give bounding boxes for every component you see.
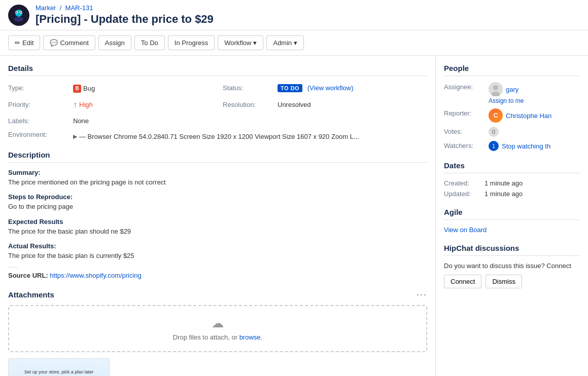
agile-section-title: Agile <box>444 208 580 220</box>
breadcrumb-separator: / <box>60 4 62 12</box>
dates-section: Dates Created: 1 minute ago Updated: 1 m… <box>444 161 580 198</box>
created-value: 1 minute ago <box>485 179 523 187</box>
agile-section: Agile View on Board <box>444 208 580 234</box>
svg-point-5 <box>20 11 21 12</box>
watchers-row: Watchers: 1 Stop watching th <box>444 141 580 151</box>
expected-label: Expected Results <box>8 218 427 225</box>
thumb-title: Set up your store, pick a plan later <box>24 369 94 374</box>
reporter-avatar: C <box>489 108 503 123</box>
attachments-title: Attachments <box>8 290 54 299</box>
steps-block: Steps to Reproduce: Go to the pricing pa… <box>8 193 427 212</box>
more-options-icon[interactable]: ··· <box>417 289 427 300</box>
workflow-chevron-icon: ▾ <box>253 39 257 47</box>
assignee-name: gary <box>506 86 518 93</box>
assignee-label: Assignee: <box>444 82 485 91</box>
browse-link[interactable]: browse. <box>239 333 263 341</box>
watchers-badge: 1 <box>489 141 499 151</box>
svg-point-4 <box>16 11 17 12</box>
resolution-value: Unresolved <box>273 99 427 111</box>
svg-point-6 <box>14 17 23 22</box>
labels-label: Labels: <box>8 115 69 127</box>
dismiss-button[interactable]: Dismiss <box>486 275 522 288</box>
admin-button[interactable]: Admin ▾ <box>266 35 304 50</box>
drop-zone-text: Drop files to attach, or browse. <box>19 333 416 341</box>
description-section: Description Summary: The price mentioned… <box>8 151 427 279</box>
people-section: People Assignee: gary As <box>444 64 580 151</box>
comment-button[interactable]: 💬 Comment <box>43 35 95 50</box>
updated-value: 1 minute ago <box>485 190 523 198</box>
sidebar: People Assignee: gary As <box>436 56 588 376</box>
edit-button[interactable]: ✏ Edit <box>8 35 40 50</box>
created-label: Created: <box>444 179 485 187</box>
resolution-label: Resolution: <box>223 99 273 111</box>
watchers-label: Watchers: <box>444 141 485 149</box>
status-value: TO DO (View workflow) <box>273 82 427 95</box>
assignee-avatar <box>489 82 503 96</box>
actual-block: Actual Results: The price for the basic … <box>8 242 427 261</box>
app-header: Marker / MAR-131 [Pricing] - Update the … <box>0 0 588 30</box>
attachments-section: Attachments ··· ☁ Drop files to attach, … <box>8 289 427 377</box>
divider <box>8 267 18 268</box>
assign-to-me-link[interactable]: Assign to me <box>489 97 524 104</box>
env-value: ▶ — Browser Chrome 54.0.2840.71 Screen S… <box>69 131 427 142</box>
labels-value: None <box>69 115 223 127</box>
people-section-title: People <box>444 64 580 76</box>
edit-icon: ✏ <box>15 39 20 47</box>
actual-text: The price for the basic plan is currentl… <box>8 251 427 261</box>
source-url-link[interactable]: https://www.shopify.com/pricing <box>50 272 141 279</box>
type-value: B Bug <box>69 82 223 95</box>
view-on-board-link[interactable]: View on Board <box>444 226 580 234</box>
connect-button[interactable]: Connect <box>444 275 481 288</box>
attachments-header: Attachments ··· <box>8 289 427 300</box>
reporter-label: Reporter: <box>444 108 485 117</box>
bug-icon: B <box>73 85 81 93</box>
breadcrumb-issue-id[interactable]: MAR-131 <box>65 4 93 12</box>
summary-text: The price mentioned on the pricing page … <box>8 177 427 187</box>
summary-label: Summary: <box>8 169 427 176</box>
view-workflow-link[interactable]: (View workflow) <box>307 84 354 92</box>
votes-row: Votes: 0 <box>444 127 580 137</box>
votes-badge: 0 <box>489 127 499 137</box>
upload-icon: ☁ <box>19 316 416 330</box>
workflow-button[interactable]: Workflow ▾ <box>218 35 263 50</box>
attachment-thumbnail[interactable]: Set up your store, pick a plan later by … <box>8 358 110 377</box>
dates-section-title: Dates <box>444 161 580 173</box>
app-logo <box>8 5 29 26</box>
svg-point-8 <box>493 85 498 90</box>
updated-row: Updated: 1 minute ago <box>444 190 580 198</box>
env-chevron-icon: ▶ <box>73 133 77 140</box>
status-badge: TO DO <box>278 84 302 92</box>
issue-title: [Pricing] - Update the price to $29 <box>36 13 214 26</box>
actual-label: Actual Results: <box>8 242 427 250</box>
priority-value: ↑ High <box>69 99 223 111</box>
description-section-title: Description <box>8 151 427 163</box>
breadcrumb: Marker / MAR-131 <box>36 4 214 12</box>
steps-label: Steps to Reproduce: <box>8 193 427 201</box>
in-progress-button[interactable]: In Progress <box>168 35 215 50</box>
details-grid: Type: B Bug Status: TO DO (View workflow… <box>8 82 427 142</box>
steps-text: Go to the pricing page <box>8 202 427 212</box>
hipchat-description: Do you want to discuss this issue? Conne… <box>444 262 580 270</box>
summary-block: Summary: The price mentioned on the pric… <box>8 169 427 187</box>
expected-text: The price for the basic plan should ne $… <box>8 227 427 237</box>
reporter-row: Reporter: C Christophe Han <box>444 108 580 123</box>
type-label: Type: <box>8 82 69 95</box>
todo-button[interactable]: To Do <box>134 35 165 50</box>
admin-chevron-icon: ▾ <box>294 39 297 47</box>
drop-zone[interactable]: ☁ Drop files to attach, or browse. <box>8 305 427 352</box>
source-label: Source URL: <box>8 272 48 279</box>
updated-label: Updated: <box>444 190 485 198</box>
source-url-row: Source URL: https://www.shopify.com/pric… <box>8 272 427 279</box>
main-layout: Details Type: B Bug Status: TO DO (View … <box>0 56 588 376</box>
toolbar: ✏ Edit 💬 Comment Assign To Do In Progres… <box>0 30 588 56</box>
comment-icon: 💬 <box>50 39 58 47</box>
content-area: Details Type: B Bug Status: TO DO (View … <box>0 56 436 376</box>
assign-button[interactable]: Assign <box>98 35 131 50</box>
priority-arrow-icon: ↑ <box>73 101 77 109</box>
breadcrumb-project[interactable]: Marker <box>36 4 56 12</box>
hipchat-section-title: HipChat discussions <box>444 244 580 256</box>
details-section-title: Details <box>8 64 427 76</box>
stop-watching-link[interactable]: Stop watching th <box>502 142 550 150</box>
priority-label: Priority: <box>8 99 69 111</box>
expected-block: Expected Results The price for the basic… <box>8 218 427 237</box>
